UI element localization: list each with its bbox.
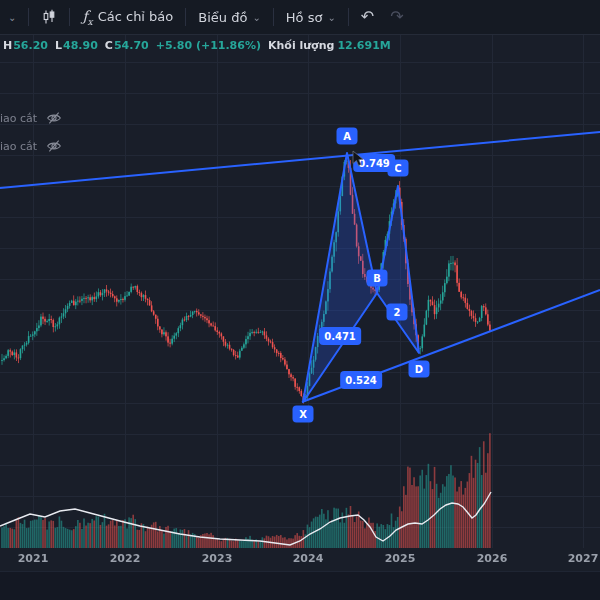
low-label: L <box>55 39 62 52</box>
pattern-label-0.524[interactable]: 0.524 <box>340 371 382 389</box>
redo-icon: ↷ <box>390 9 403 25</box>
ohlc-row: H 56.20 L 48.90 C 54.70 +5.80 (+11.86%) … <box>3 39 398 52</box>
time-axis[interactable]: 2021202220232024202520262027 <box>0 549 600 571</box>
time-axis-label-2027: 2027 <box>568 552 599 565</box>
pattern-label-B[interactable]: B <box>367 270 388 287</box>
chevron-down-icon: ⌄ <box>8 12 16 23</box>
indicator-legend: giao cắt giao cắt <box>0 104 62 160</box>
volume-label: Khối lượng <box>268 39 334 52</box>
close-label: C <box>105 39 113 52</box>
pattern-label-X[interactable]: X <box>293 406 314 423</box>
indicators-label: Các chỉ báo <box>98 9 174 24</box>
time-axis-label-2023: 2023 <box>202 552 233 565</box>
undo-button[interactable]: ↶ <box>353 5 382 29</box>
time-axis-label-2026: 2026 <box>477 552 508 565</box>
toolbar-divider <box>273 8 274 26</box>
pattern-label-2[interactable]: 2 <box>387 304 408 321</box>
time-axis-label-2024: 2024 <box>293 552 324 565</box>
volume-value: 12.691M <box>337 39 390 52</box>
trading-app: XABCD20.7490.4710.524 ⌄ ƒx Các chỉ báo B… <box>0 0 600 600</box>
indicator-row[interactable]: giao cắt <box>0 132 62 160</box>
time-axis-label-2022: 2022 <box>110 552 141 565</box>
high-value: 56.20 <box>13 39 48 52</box>
chevron-down-icon: ⌄ <box>252 12 260 23</box>
change-value: +5.80 (+11.86%) <box>156 39 261 52</box>
chart-style-button[interactable] <box>33 5 65 29</box>
chevron-down-icon: ⌄ <box>327 12 335 23</box>
high-label: H <box>3 39 12 52</box>
eye-slash-icon[interactable] <box>46 138 62 154</box>
low-value: 48.90 <box>63 39 98 52</box>
indicator-name: giao cắt <box>0 140 37 153</box>
toolbar-divider <box>185 8 186 26</box>
toolbar-divider <box>348 8 349 26</box>
fx-icon: ƒx <box>82 8 92 27</box>
price-chart-canvas[interactable] <box>0 0 600 600</box>
pattern-label-D[interactable]: D <box>409 361 430 378</box>
pattern-label-A[interactable]: A <box>337 128 358 145</box>
indicators-button[interactable]: ƒx Các chỉ báo <box>74 4 181 31</box>
collapse-toolbar-button[interactable]: ⌄ <box>0 8 24 27</box>
candlestick-icon <box>41 9 57 25</box>
top-toolbar: ⌄ ƒx Các chỉ báo Biểu đồ ⌄ Hồ sơ ⌄ <box>0 0 600 35</box>
time-axis-label-2025: 2025 <box>385 552 416 565</box>
chart-layout-label: Biểu đồ <box>198 10 247 25</box>
eye-slash-icon[interactable] <box>46 110 62 126</box>
pattern-label-0.749[interactable]: 0.749 <box>353 154 395 172</box>
time-axis-label-2021: 2021 <box>18 552 49 565</box>
profile-button[interactable]: Hồ sơ ⌄ <box>278 6 344 29</box>
pattern-label-0.471[interactable]: 0.471 <box>319 327 361 345</box>
toolbar-divider <box>69 8 70 26</box>
bottom-panel <box>0 571 600 600</box>
close-value: 54.70 <box>114 39 149 52</box>
indicator-row[interactable]: giao cắt <box>0 104 62 132</box>
profile-label: Hồ sơ <box>286 10 323 25</box>
redo-button[interactable]: ↷ <box>382 5 411 29</box>
chart-layout-button[interactable]: Biểu đồ ⌄ <box>190 6 269 29</box>
indicator-name: giao cắt <box>0 112 37 125</box>
undo-icon: ↶ <box>361 9 374 25</box>
toolbar-divider <box>28 8 29 26</box>
